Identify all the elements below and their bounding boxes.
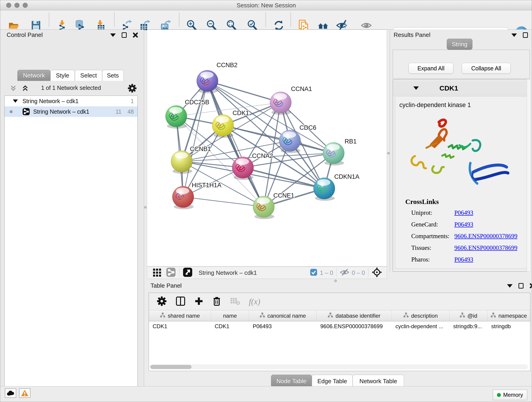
- delete-column-trash-icon[interactable]: [212, 296, 221, 307]
- tab-edge-table[interactable]: Edge Table: [312, 375, 353, 388]
- table-cell[interactable]: 9606.ENSP00000378699: [319, 321, 391, 332]
- crosslink-link[interactable]: 9606.ENSP00000378699: [454, 233, 517, 240]
- table-cell[interactable]: stringdb:9...: [452, 321, 487, 332]
- memory-button[interactable]: Memory: [493, 390, 527, 400]
- string-network-badge-icon[interactable]: [166, 267, 176, 278]
- node-label: CCNA1: [291, 85, 312, 92]
- current-network-label: String Network – cdk1: [199, 269, 257, 276]
- crosslink-label: GeneCard:: [411, 221, 438, 228]
- grid-view-icon[interactable]: [152, 268, 162, 278]
- node-HIST1H1A[interactable]: HIST1H1A: [172, 182, 221, 209]
- network-label: String Network – cdk1: [33, 108, 89, 115]
- tab-select[interactable]: Select: [75, 70, 102, 81]
- table-header-row: shared namenamecanonical namedatabase id…: [149, 310, 530, 321]
- close-panel-icon[interactable]: [133, 32, 138, 38]
- toolbar-separator: [266, 13, 266, 27]
- node-label: CCNA2: [252, 153, 273, 159]
- node-RB1[interactable]: RB1: [323, 138, 357, 166]
- toolbar-separator: [49, 13, 49, 27]
- table-cell[interactable]: CDK1: [152, 321, 210, 332]
- table-row[interactable]: CDK1CDK1P064939606.ENSP00000378699cyclin…: [149, 321, 530, 332]
- tab-style[interactable]: Style: [51, 70, 75, 81]
- node-CCNA1[interactable]: CCNA1: [270, 85, 312, 115]
- cloud-button[interactable]: [5, 388, 16, 398]
- warning-button[interactable]: [19, 388, 31, 398]
- toolbar-separator: [291, 13, 291, 27]
- crosslink-link[interactable]: P06493: [454, 221, 473, 228]
- network-nodes: CCNB2 CCNA1 CDC25B CDK1 CDC6 RB1 CCNB1 C…: [165, 62, 360, 219]
- protein-name: CDK1: [439, 84, 458, 92]
- table-options-gear-icon[interactable]: [157, 296, 167, 307]
- crosslink-link[interactable]: 9606.ENSP00000378699: [454, 244, 517, 251]
- attribute-icon: [403, 313, 409, 319]
- collapse-section-icon[interactable]: [413, 86, 419, 90]
- tab-network-table[interactable]: Network Table: [353, 375, 404, 388]
- crosslink-link[interactable]: P06493: [454, 209, 473, 216]
- column-header-name[interactable]: name: [211, 310, 249, 321]
- edge[interactable]: [183, 197, 264, 207]
- table-cell[interactable]: CDK1: [214, 321, 248, 332]
- network-view-canvas[interactable]: CCNB2 CCNA1 CDC25B CDK1 CDC6 RB1 CCNB1 C…: [147, 30, 387, 267]
- network-view-toolbar: String Network – cdk1 1 – 0 0 – 0: [147, 267, 387, 279]
- control-panel-title: Control Panel: [7, 32, 43, 38]
- vertical-splitter-handle-left[interactable]: [144, 206, 147, 209]
- scrollbar-thumb[interactable]: [150, 365, 191, 369]
- column-header-description[interactable]: description: [392, 310, 450, 321]
- protein-description: cyclin-dependent kinase 1: [399, 102, 471, 109]
- tab-string[interactable]: String: [447, 39, 472, 50]
- float-panel-icon[interactable]: [122, 32, 127, 38]
- node-CDC6[interactable]: CDC6: [279, 124, 317, 153]
- table-cell[interactable]: cyclin-dependent ...: [394, 321, 449, 332]
- column-header-namespace[interactable]: namespace: [488, 310, 530, 321]
- hidden-eye-slash-icon[interactable]: [340, 268, 349, 277]
- panel-menu-icon[interactable]: [511, 33, 517, 37]
- titlebar: Session: New Session: [0, 0, 532, 10]
- vertical-splitter-handle-right[interactable]: [387, 152, 390, 154]
- tab-sets[interactable]: Sets: [102, 70, 123, 81]
- tab-node-table[interactable]: Node Table: [271, 375, 312, 388]
- column-header-databaseidentifier[interactable]: database identifier: [317, 310, 392, 321]
- column-header-canonicalname[interactable]: canonical name: [249, 310, 317, 321]
- float-panel-icon[interactable]: [523, 32, 528, 38]
- edge[interactable]: [207, 81, 281, 102]
- node-CDC25B[interactable]: CDC25B: [165, 99, 209, 128]
- node-label: HIST1H1A: [192, 182, 221, 189]
- network-row[interactable]: String Network – cdk1 11 48: [5, 106, 138, 117]
- crosslink-link[interactable]: P06493: [454, 256, 473, 263]
- tab-network[interactable]: Network: [17, 70, 51, 81]
- edge[interactable]: [183, 81, 207, 197]
- crosslink-label: Pharos:: [411, 256, 430, 263]
- node-table: f(x) shared namenamecanonical namedataba…: [149, 293, 530, 371]
- node-CDK1[interactable]: CDK1: [212, 109, 249, 138]
- panel-menu-icon[interactable]: [110, 33, 116, 37]
- edge-count: 48: [127, 108, 134, 115]
- collapse-all-button[interactable]: Collapse All: [462, 63, 511, 74]
- table-cell[interactable]: stringdb: [490, 321, 529, 332]
- memory-status-dot: [497, 393, 501, 397]
- column-header-sharedname[interactable]: shared name: [149, 310, 211, 321]
- fit-content-crosshair-icon[interactable]: [372, 267, 382, 279]
- add-column-icon[interactable]: [194, 297, 203, 307]
- table-horizontal-scrollbar[interactable]: [150, 364, 528, 370]
- birds-eye-view-icon[interactable]: [183, 267, 193, 278]
- control-panel: Control Panel NetworkStyleSelectSets 1 o…: [0, 30, 144, 386]
- close-panel-icon[interactable]: [530, 283, 532, 288]
- network-collection-row[interactable]: String Network – cdk1 1: [5, 96, 138, 106]
- node-label: CDC6: [299, 124, 317, 131]
- expand-all-button[interactable]: Expand All: [409, 63, 453, 74]
- node-CCNB1[interactable]: CCNB1: [171, 146, 211, 174]
- node-CDKN1A[interactable]: CDKN1A: [313, 173, 360, 201]
- table-tabs: Node TableEdge TableNetwork Table: [271, 375, 404, 388]
- panel-menu-icon[interactable]: [507, 284, 513, 288]
- node-label: CDC25B: [185, 99, 209, 106]
- protein-section-header[interactable]: CDK1: [393, 81, 529, 95]
- float-panel-icon[interactable]: [519, 283, 524, 288]
- selected-nodes-checkbox[interactable]: [310, 268, 317, 277]
- table-cell[interactable]: P06493: [252, 321, 316, 332]
- results-scrollbar-track[interactable]: [527, 80, 531, 272]
- delete-table-icon: [230, 297, 240, 306]
- show-columns-icon[interactable]: [176, 296, 186, 307]
- expand-icon[interactable]: [13, 99, 18, 103]
- network-options-gear-icon[interactable]: [128, 84, 137, 94]
- column-header-id[interactable]: @id: [450, 310, 488, 321]
